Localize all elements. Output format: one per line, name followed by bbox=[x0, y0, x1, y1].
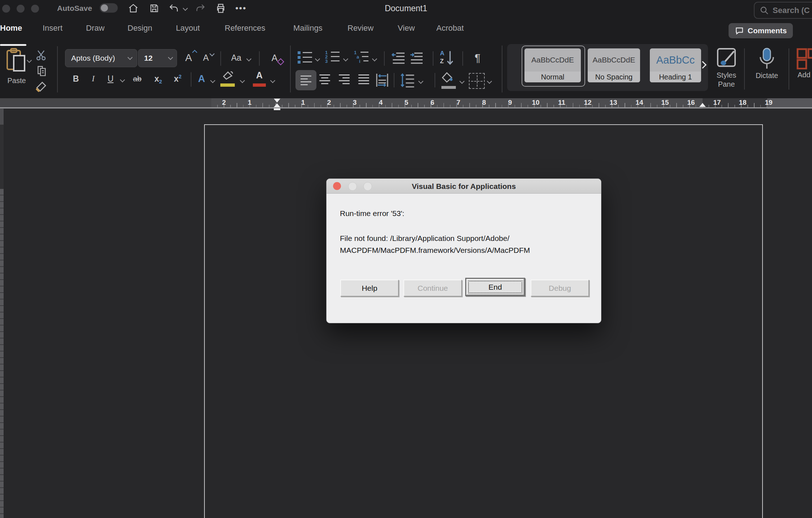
search-placeholder: Search (C bbox=[773, 6, 810, 15]
align-center-icon bbox=[319, 74, 330, 84]
format-painter-button[interactable] bbox=[35, 80, 48, 95]
shading-button[interactable] bbox=[441, 72, 457, 89]
bold-glyph: B bbox=[73, 74, 79, 84]
tab-mailings[interactable]: Mailings bbox=[293, 21, 323, 35]
ribbon-group-divider bbox=[744, 48, 745, 90]
borders-button[interactable] bbox=[469, 73, 485, 89]
line-spacing-button[interactable] bbox=[400, 73, 415, 89]
decrease-indent-button[interactable] bbox=[392, 52, 405, 66]
first-line-indent-marker[interactable] bbox=[274, 99, 280, 103]
font-size-select[interactable]: 12 bbox=[138, 49, 177, 67]
justify-button[interactable] bbox=[358, 74, 369, 84]
superscript-button[interactable]: x2 bbox=[170, 71, 185, 87]
sort-button[interactable]: A Z bbox=[440, 50, 457, 67]
dialog-titlebar[interactable]: Visual Basic for Applications bbox=[327, 179, 601, 194]
change-case-button[interactable]: Aa bbox=[228, 50, 245, 66]
pilcrow-icon: ¶ bbox=[475, 52, 480, 64]
font-color-bar bbox=[253, 83, 266, 87]
help-button[interactable]: Help bbox=[340, 280, 399, 297]
tab-references[interactable]: References bbox=[225, 21, 265, 35]
tab-acrobat[interactable]: Acrobat bbox=[436, 21, 464, 35]
active-tab-underline bbox=[0, 44, 26, 46]
text-effects-button[interactable]: A bbox=[194, 71, 209, 87]
bold-button[interactable]: B bbox=[69, 71, 82, 87]
font-color-button[interactable]: A bbox=[252, 70, 267, 87]
ribbon-group-divider bbox=[290, 46, 291, 92]
grow-font-glyph: A bbox=[185, 52, 192, 64]
text-effects-glyph: A bbox=[198, 73, 205, 85]
style-label: No Spacing bbox=[588, 72, 640, 82]
copy-icon bbox=[36, 65, 48, 77]
ribbon-group-divider bbox=[57, 46, 58, 92]
paste-button[interactable] bbox=[6, 48, 26, 72]
distributed-icon bbox=[376, 73, 389, 87]
styles-pane-button[interactable]: Styles Pane bbox=[711, 48, 742, 91]
style-card-no-spacing[interactable]: AaBbCcDdE No Spacing bbox=[588, 48, 640, 82]
highlight-color-button[interactable] bbox=[220, 71, 236, 87]
divider bbox=[191, 72, 191, 87]
align-right-button[interactable] bbox=[339, 74, 350, 84]
numbering-button[interactable]: 1 2 3 bbox=[325, 51, 340, 63]
grow-font-button[interactable]: A bbox=[181, 50, 196, 66]
caret-down-icon bbox=[210, 51, 215, 56]
clear-format-glyph: A bbox=[272, 53, 278, 63]
underline-button[interactable]: U bbox=[104, 71, 117, 87]
show-formatting-button[interactable]: ¶ bbox=[470, 50, 485, 66]
cut-button[interactable] bbox=[35, 49, 48, 63]
ruler-number: 19 bbox=[765, 99, 772, 107]
addins-button[interactable]: Add bbox=[796, 48, 812, 91]
copy-button[interactable] bbox=[36, 65, 48, 78]
style-card-normal[interactable]: AaBbCcDdE Normal bbox=[524, 48, 581, 82]
increase-indent-button[interactable] bbox=[410, 52, 423, 66]
bullets-button[interactable] bbox=[298, 51, 312, 64]
chevron-down-icon bbox=[128, 55, 133, 60]
addins-label: Add bbox=[798, 71, 812, 79]
comments-button[interactable]: Comments bbox=[729, 23, 793, 38]
end-button-frame: End bbox=[465, 278, 525, 296]
multilevel-list-button[interactable]: 1 a i bbox=[354, 51, 368, 63]
chevron-down-icon bbox=[270, 78, 275, 83]
italic-button[interactable]: I bbox=[87, 71, 100, 87]
align-left-button[interactable] bbox=[295, 70, 316, 90]
tab-home[interactable]: Home bbox=[0, 21, 22, 35]
style-preview: AaBbCcDdE bbox=[524, 48, 581, 72]
tab-insert[interactable]: Insert bbox=[43, 21, 62, 35]
tab-review[interactable]: Review bbox=[347, 21, 373, 35]
strikethrough-glyph: ab bbox=[133, 74, 141, 83]
distributed-button[interactable] bbox=[376, 73, 389, 89]
paste-label: Paste bbox=[2, 77, 31, 85]
tab-design[interactable]: Design bbox=[128, 21, 152, 35]
clipboard-icon bbox=[6, 48, 26, 72]
font-name-select[interactable]: Aptos (Body) bbox=[65, 49, 137, 67]
clear-formatting-button[interactable]: A bbox=[267, 50, 282, 66]
sort-z-glyph: Z bbox=[440, 58, 444, 65]
right-indent-marker[interactable] bbox=[699, 103, 706, 107]
multilevel-list-icon: 1 a i bbox=[354, 51, 368, 63]
dictate-button[interactable]: Dictate bbox=[751, 48, 782, 91]
comment-bubble-icon bbox=[735, 26, 744, 35]
dictate-label: Dictate bbox=[751, 72, 782, 80]
tab-draw[interactable]: Draw bbox=[86, 21, 104, 35]
subscript-button[interactable]: x2 bbox=[151, 71, 165, 87]
divider bbox=[435, 73, 435, 87]
strikethrough-button[interactable]: ab bbox=[129, 71, 145, 87]
search-input[interactable]: Search (C bbox=[754, 2, 812, 19]
vruler-top bbox=[0, 109, 4, 125]
shrink-font-button[interactable]: A bbox=[199, 50, 212, 66]
font-size-value: 12 bbox=[144, 54, 152, 62]
underline-chevron-icon[interactable] bbox=[120, 77, 125, 82]
style-card-heading1[interactable]: AaBbCc Heading 1 bbox=[650, 48, 701, 82]
end-button[interactable]: End bbox=[466, 279, 524, 295]
microphone-icon bbox=[759, 48, 775, 70]
tab-layout[interactable]: Layout bbox=[176, 21, 200, 35]
ruler-number: 4 bbox=[379, 99, 383, 107]
align-center-button[interactable] bbox=[319, 74, 330, 84]
ruler-number: 1 bbox=[248, 99, 252, 107]
divider bbox=[462, 51, 463, 66]
tab-view[interactable]: View bbox=[398, 21, 415, 35]
paste-dropdown-chevron-icon[interactable] bbox=[27, 58, 32, 63]
underline-glyph: U bbox=[108, 74, 114, 84]
num-3: 3 bbox=[325, 59, 328, 63]
error-code-text: Run-time error '53': bbox=[340, 209, 404, 218]
continue-button: Continue bbox=[403, 280, 462, 297]
